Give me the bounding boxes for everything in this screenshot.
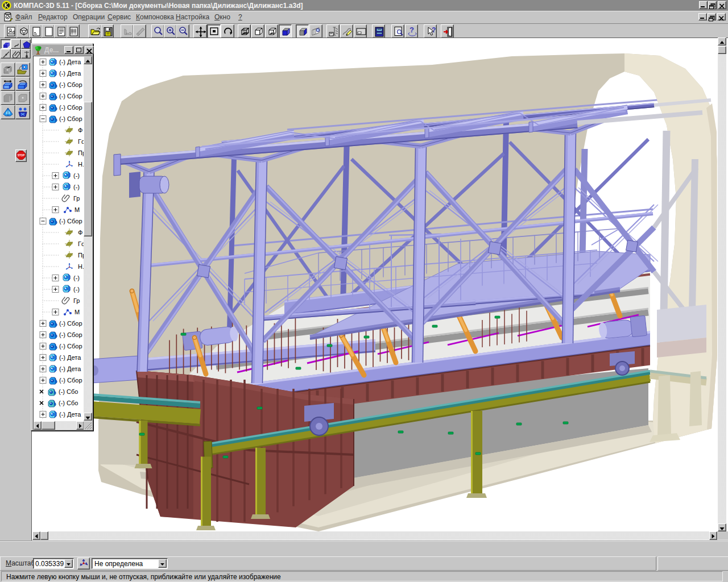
svg-text:(-) Дета: (-) Дета [59, 59, 81, 65]
svg-text:(-) Сбор: (-) Сбор [59, 115, 82, 122]
svg-text:(-) Сбор: (-) Сбор [59, 377, 82, 384]
svg-text:Пр: Пр [78, 252, 84, 259]
svg-text:(-) Дета: (-) Дета [59, 354, 81, 361]
svg-text:(-) Сбо: (-) Сбо [59, 388, 78, 395]
svg-text:Н.: Н. [78, 161, 84, 168]
svg-text:(-) Дета: (-) Дета [59, 70, 81, 77]
svg-text:?: ? [432, 26, 436, 34]
svg-text:Ф: Ф [78, 229, 82, 236]
svg-text:(-) Сбор: (-) Сбор [59, 218, 82, 225]
svg-text:(-) Сбор: (-) Сбор [59, 343, 82, 350]
svg-text:(-) Сбо: (-) Сбо [59, 400, 78, 406]
svg-text:(-): (-) [73, 275, 80, 281]
svg-text:Гс: Гс [78, 138, 84, 145]
svg-text:?: ? [410, 26, 414, 34]
svg-text:Н.: Н. [78, 263, 84, 270]
svg-text:(-): (-) [73, 184, 80, 190]
svg-text:(-) Сбор: (-) Сбор [59, 331, 82, 338]
svg-text:(-) Сбор: (-) Сбор [59, 93, 82, 99]
svg-text:Пр: Пр [78, 149, 84, 156]
svg-text:М: М [75, 206, 80, 213]
svg-text:(-) Сбор: (-) Сбор [59, 81, 82, 88]
svg-text:Гс: Гс [78, 240, 84, 247]
svg-text:(-): (-) [73, 286, 80, 293]
svg-text:(-) Дета: (-) Дета [59, 365, 81, 372]
svg-text:М: М [75, 309, 80, 315]
svg-text:Гр: Гр [73, 195, 80, 202]
svg-text:(-) Сбор: (-) Сбор [59, 320, 82, 327]
svg-text:STOP: STOP [18, 154, 24, 157]
svg-text:(-) Сбор: (-) Сбор [59, 104, 82, 111]
svg-text:Ф: Ф [78, 127, 82, 134]
svg-text:(-) Дета: (-) Дета [59, 411, 81, 418]
svg-text:(-): (-) [73, 172, 80, 179]
svg-text:Гр: Гр [73, 297, 80, 304]
